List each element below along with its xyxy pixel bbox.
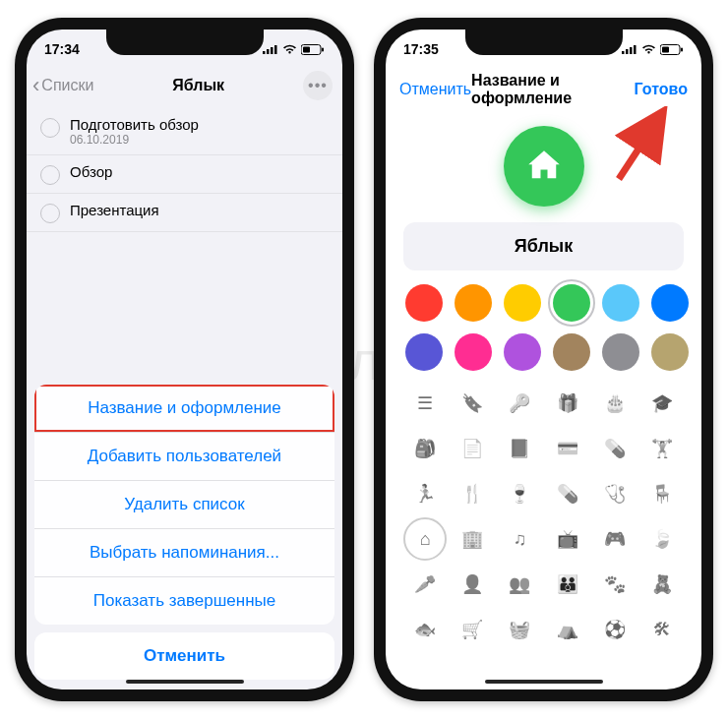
cancel-button[interactable]: Отменить	[399, 81, 471, 98]
reminder-radio[interactable]	[40, 165, 60, 185]
color-red[interactable]	[405, 284, 443, 322]
cart-icon[interactable]: 🛒	[454, 611, 491, 648]
dumbbell-icon[interactable]: 🏋	[643, 430, 681, 467]
reminder-radio[interactable]	[40, 118, 60, 138]
cake-icon[interactable]: 🎂	[596, 385, 634, 422]
family-icon[interactable]: 👪	[549, 566, 586, 603]
icon-picker: ☰🔖🔑🎁🎂🎓🎒📄📕💳💊🏋🏃🍴🍷💊🩺🪑⌂🏢♫📺🎮🍃🥕👤👥👪🐾🧸🐟🛒🧺⛺⚽🛠	[386, 381, 701, 648]
reminder-row[interactable]: Обзор	[27, 155, 342, 194]
house-icon[interactable]: ⌂	[406, 520, 444, 558]
sheet-cancel-button[interactable]: Отменить	[34, 632, 334, 680]
soccer-icon[interactable]: ⚽	[596, 611, 634, 648]
cellular-icon	[263, 44, 278, 54]
svg-rect-6	[322, 47, 324, 51]
building-icon[interactable]: 🏢	[454, 520, 491, 558]
reminder-title: Презентация	[70, 202, 159, 218]
document-icon[interactable]: 📄	[454, 430, 491, 467]
chair-icon[interactable]: 🪑	[643, 475, 681, 512]
color-brown[interactable]	[553, 333, 590, 371]
color-yellow[interactable]	[504, 284, 541, 322]
color-orange[interactable]	[455, 284, 492, 322]
carrot-icon[interactable]: 🥕	[406, 566, 444, 603]
modal-title: Название и оформление	[471, 72, 634, 107]
reminder-row[interactable]: Подготовить обзор06.10.2019	[27, 108, 342, 155]
people-icon[interactable]: 👥	[501, 566, 538, 603]
home-indicator[interactable]	[126, 680, 244, 684]
leaf-icon[interactable]: 🍃	[643, 520, 681, 558]
list-icon[interactable]: ☰	[406, 385, 444, 422]
color-gray[interactable]	[602, 333, 639, 371]
navbar: ‹ Списки Яблык •••	[27, 69, 342, 108]
gamepad-icon[interactable]: 🎮	[596, 520, 634, 558]
wifi-icon	[282, 44, 297, 55]
svg-rect-9	[630, 47, 633, 54]
stethoscope-icon[interactable]: 🩺	[596, 475, 634, 512]
reminder-title: Обзор	[70, 163, 112, 180]
sheet-item[interactable]: Добавить пользователей	[34, 433, 334, 481]
pill-icon[interactable]: 💊	[549, 475, 586, 512]
tent-icon[interactable]: ⛺	[549, 611, 586, 648]
pills-icon[interactable]: 💊	[596, 430, 634, 467]
action-sheet: Название и оформлениеДобавить пользовате…	[34, 385, 334, 680]
sheet-item[interactable]: Выбрать напоминания...	[34, 529, 334, 577]
color-khaki[interactable]	[651, 333, 689, 371]
list-name-input[interactable]: Яблык	[403, 222, 684, 270]
reminder-title: Подготовить обзор	[70, 116, 199, 133]
gift-icon[interactable]: 🎁	[549, 385, 586, 422]
teddy-icon[interactable]: 🧸	[643, 566, 681, 603]
runner-icon[interactable]: 🏃	[406, 475, 444, 512]
svg-rect-8	[626, 49, 629, 54]
svg-rect-7	[622, 51, 625, 54]
notch	[465, 30, 623, 55]
svg-rect-10	[634, 45, 637, 54]
bookmark-icon[interactable]: 🔖	[454, 385, 491, 422]
tv-icon[interactable]: 📺	[549, 520, 586, 558]
color-blue[interactable]	[651, 284, 689, 322]
sheet-item[interactable]: Удалить список	[34, 481, 334, 529]
phone-left: 17:34 ‹ Списки Яблык ••• Подготовить обз…	[15, 18, 354, 701]
basket-icon[interactable]: 🧺	[501, 611, 538, 648]
battery-icon	[660, 44, 684, 55]
fish-icon[interactable]: 🐟	[406, 611, 444, 648]
chevron-left-icon: ‹	[32, 75, 39, 96]
notch	[106, 30, 264, 55]
color-indigo[interactable]	[405, 333, 443, 371]
status-time: 17:34	[44, 41, 80, 57]
more-button[interactable]: •••	[303, 71, 333, 100]
color-lightblue[interactable]	[602, 284, 639, 322]
svg-rect-13	[681, 47, 683, 51]
sheet-item[interactable]: Название и оформление	[34, 385, 334, 433]
graduation-icon[interactable]: 🎓	[643, 385, 681, 422]
done-button[interactable]: Готово	[635, 81, 688, 98]
screen-title: Яблык	[172, 77, 224, 94]
status-time: 17:35	[403, 41, 439, 57]
arrow-annotation	[607, 106, 676, 185]
creditcard-icon[interactable]: 💳	[549, 430, 586, 467]
reminder-radio[interactable]	[40, 204, 60, 223]
svg-rect-3	[274, 45, 277, 54]
reminder-row[interactable]: Презентация	[27, 194, 342, 232]
backpack-icon[interactable]: 🎒	[406, 430, 444, 467]
key-icon[interactable]: 🔑	[501, 385, 538, 422]
color-purple[interactable]	[504, 333, 541, 371]
cellular-icon	[622, 44, 637, 54]
color-pink[interactable]	[455, 333, 492, 371]
person-icon[interactable]: 👤	[454, 566, 491, 603]
battery-icon	[301, 44, 325, 55]
list-badge	[504, 126, 584, 207]
tools-icon[interactable]: 🛠	[643, 611, 681, 648]
ellipsis-icon: •••	[308, 77, 328, 94]
svg-rect-5	[303, 46, 310, 52]
svg-rect-12	[662, 46, 669, 52]
color-green[interactable]	[553, 284, 590, 322]
cutlery-icon[interactable]: 🍴	[454, 475, 491, 512]
home-indicator[interactable]	[485, 680, 603, 684]
book-icon[interactable]: 📕	[501, 430, 538, 467]
reminders-list: Подготовить обзор06.10.2019ОбзорПрезента…	[27, 108, 342, 232]
svg-rect-0	[263, 51, 266, 54]
sheet-item[interactable]: Показать завершенные	[34, 577, 334, 625]
paw-icon[interactable]: 🐾	[596, 566, 634, 603]
music-icon[interactable]: ♫	[501, 520, 538, 558]
wineglass-icon[interactable]: 🍷	[501, 475, 538, 512]
back-button[interactable]: ‹ Списки	[32, 75, 93, 96]
